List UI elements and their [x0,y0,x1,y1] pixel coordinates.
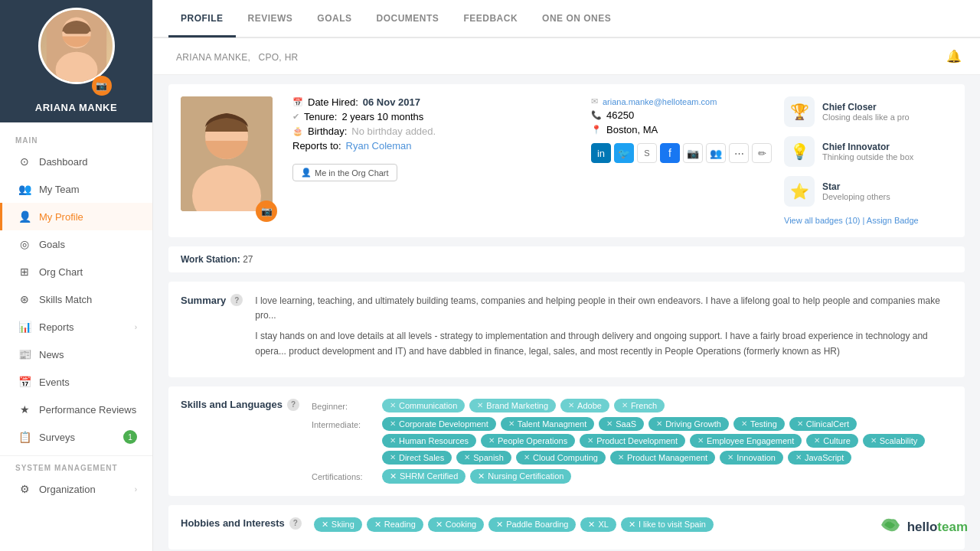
tab-feedback[interactable]: FEEDBACK [451,1,530,37]
summary-text-1: I love learning, teaching, and ultimatel… [255,294,952,323]
sidebar-item-skills-match[interactable]: ⊛ Skills Match [0,285,152,313]
skill-product-dev: ✕Product Development [580,434,685,448]
assign-badge-link[interactable]: Assign Badge [867,216,919,225]
star-icon: ★ [18,403,31,416]
sidebar-label-organization: Organization [39,484,96,495]
calendar-icon: 📅 [292,97,303,107]
badge-info-innovator: Chief Innovator Thinking outside the box [822,142,913,161]
badge-star: ⭐ Star Developing others [784,176,952,207]
hobbies-info-icon[interactable]: ? [289,517,302,530]
profile-photo [181,96,273,211]
tab-reviews[interactable]: REVIEWS [236,1,305,37]
hobbies-title-row: Hobbies and Interests ? [181,517,302,530]
tenure-row: ✔ Tenure: 2 years 10 months [292,111,579,122]
sidebar-item-reports[interactable]: 📊 Reports › [0,313,152,341]
birthday-icon: 🎂 [292,126,303,136]
phone-icon: 📞 [591,110,602,120]
skill-french: ✕French [614,399,665,412]
social-icon-6[interactable]: 👥 [706,143,726,163]
sidebar-item-dashboard[interactable]: ⊙ Dashboard [0,148,152,175]
skill-brand-marketing: ✕Brand Marketing [469,399,556,412]
cert-shrm: ✕SHRM Certified [382,469,466,484]
email-link[interactable]: ariana.manke@helloteam.com [603,97,717,106]
profile-contact: ✉ ariana.manke@helloteam.com 📞 46250 📍 B… [591,96,772,225]
hobbies-section: Hobbies and Interests ? ✕Skiing ✕Reading… [168,505,965,549]
skill-javascript: ✕JavaScript [788,451,851,465]
email-icon: ✉ [591,96,598,106]
content-area: ARIANA MANKE, CPO, HR 🔔 [153,38,980,551]
linkedin-icon[interactable]: in [591,143,611,163]
reports-to-label: Reports to: [292,140,341,152]
social-icon-8[interactable]: ✏ [752,143,772,163]
social-icon-3[interactable]: S [637,143,657,163]
tenure-label: Tenure: [304,111,337,122]
skills-title-row: Skills and Languages ? [181,399,299,411]
skills-icon: ⊛ [18,292,31,306]
tab-one-on-ones[interactable]: ONE ON ONES [530,1,623,37]
sidebar-label-surveys: Surveys [39,432,75,443]
view-all-badges-link[interactable]: View all badges (10) [784,216,860,225]
tab-documents[interactable]: DOCUMENTS [364,1,452,37]
sidebar-item-surveys[interactable]: 📋 Surveys 1 [0,423,152,451]
sidebar-item-events[interactable]: 📅 Events [0,368,152,396]
sidebar-item-performance-reviews[interactable]: ★ Performance Reviews [0,396,152,423]
home-icon: ⊙ [18,155,31,168]
skills-content: Beginner: ✕Communication ✕Brand Marketin… [312,399,952,484]
sidebar-item-organization[interactable]: ⚙ Organization › [0,475,152,503]
profile-title-role: CPO, HR [258,52,298,63]
facebook-icon[interactable]: f [660,143,680,163]
skill-corp-dev: ✕Corporate Development [382,417,496,431]
sidebar-item-my-team[interactable]: 👥 My Team [0,175,152,203]
surveys-badge: 1 [123,430,137,444]
birthday-label: Birthday: [308,126,347,137]
skill-emp-engagement: ✕Employee Engagement [690,434,802,448]
org-chart-button[interactable]: 👤 Me in the Org Chart [292,164,397,181]
badge-links: View all badges (10) | Assign Badge [784,216,952,225]
reports-icon: 📊 [18,320,31,334]
notification-icon[interactable]: 🔔 [946,50,962,63]
hobby-xl: ✕XL [580,517,616,532]
checkmark-icon: ✔ [292,112,299,122]
phone-row: 📞 46250 [591,109,772,121]
summary-title-row: Summary ? [181,294,243,306]
sidebar-item-my-profile[interactable]: 👤 My Profile [0,203,152,230]
hobby-skiing: ✕Skiing [314,517,362,532]
date-hired-value: 06 Nov 2017 [363,96,420,108]
helloteam-logo-text: helloteam [907,520,968,535]
reports-to-link[interactable]: Ryan Coleman [346,140,412,152]
sidebar-label-dashboard: Dashboard [39,156,88,168]
org-chart-btn-wrap: 👤 Me in the Org Chart [292,158,579,181]
badge-icon-innovator: 💡 [784,136,815,167]
sidebar-label-my-team: My Team [39,184,80,195]
hobby-reading: ✕Reading [367,517,423,532]
skill-hr: ✕Human Resources [382,434,476,448]
beginner-tags: ✕Communication ✕Brand Marketing ✕Adobe ✕… [382,399,665,412]
nav-system-label: SYSTEM MANAGEMENT [0,455,152,475]
summary-info-icon[interactable]: ? [230,294,243,306]
sidebar-label-goals: Goals [39,239,65,250]
photo-upload-button[interactable]: 📷 [256,201,277,222]
social-icon-7[interactable]: ⋯ [729,143,749,163]
sidebar-camera-button[interactable]: 📷 [92,76,112,96]
sidebar-item-news[interactable]: 📰 News [0,341,152,368]
sidebar-item-goals[interactable]: ◎ Goals [0,230,152,258]
social-icon-5[interactable]: 📷 [683,143,703,163]
tab-goals[interactable]: GOALS [305,1,364,37]
sidebar-label-news: News [39,349,64,360]
reports-chevron: › [135,323,137,331]
reports-to-row: Reports to: Ryan Coleman [292,140,579,152]
skills-info-icon[interactable]: ? [287,399,299,411]
skill-saas: ✕SaaS [599,417,644,431]
badge-chief-closer: 🏆 Chief Closer Closing deals like a pro [784,96,952,127]
skill-adobe: ✕Adobe [560,399,609,412]
sidebar-item-org-chart[interactable]: ⊞ Org Chart [0,258,152,285]
tab-profile[interactable]: PROFILE [168,1,236,37]
hobby-cooking: ✕Cooking [428,517,484,532]
twitter-icon[interactable]: 🐦 [614,143,634,163]
badge-desc-innovator: Thinking outside the box [822,152,913,161]
intermediate-tags-row3: ✕Direct Sales ✕Spanish ✕Cloud Computing … [382,451,952,465]
profile-info: 📅 Date Hired: 06 Nov 2017 ✔ Tenure: 2 ye… [292,96,579,225]
profile-photo-area: 📷 [181,96,280,225]
sidebar-label-performance-reviews: Performance Reviews [39,404,136,416]
sidebar-label-reports: Reports [39,321,74,333]
